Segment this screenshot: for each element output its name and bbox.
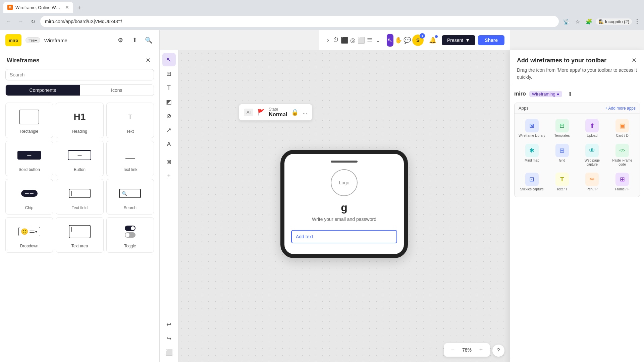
bookmark-icon[interactable]: ☆ <box>573 17 582 26</box>
apps-header: Apps + Add more apps <box>515 103 640 114</box>
more-tools-icon[interactable]: ⌄ <box>374 34 381 47</box>
zoom-in-button[interactable]: + <box>476 345 486 355</box>
app-templates[interactable]: ⊟ Templates <box>547 116 577 140</box>
component-solid-button[interactable]: — Solid button <box>5 141 53 176</box>
list-icon[interactable]: ☰ <box>366 34 373 47</box>
vtool-redo[interactable]: ↪ <box>162 332 176 345</box>
vtool-table[interactable]: ⊞ <box>162 67 176 80</box>
stickies-capture-label: Stickies capture <box>520 187 544 191</box>
extension-icon[interactable]: 🧩 <box>584 17 594 26</box>
vtool-select[interactable]: ↖ <box>162 53 176 66</box>
forward-button[interactable]: → <box>16 17 25 26</box>
phone-text-input[interactable]: Add text <box>291 230 397 243</box>
component-text[interactable]: T Text <box>106 103 154 138</box>
component-chip[interactable]: — — Chip <box>5 179 53 215</box>
vtool-text[interactable]: T <box>162 81 176 95</box>
component-rectangle[interactable]: Rectangle <box>5 103 53 138</box>
new-tab-button[interactable]: + <box>74 3 84 13</box>
active-tab[interactable]: M Wireframe, Online Whiteboard f... ✕ <box>3 2 73 13</box>
target-icon[interactable]: ◎ <box>350 34 356 47</box>
tooltip-close-button[interactable]: ✕ <box>629 56 639 65</box>
left-sidebar: miro free● Wireframe ⚙ ⬆ 🔍 Wireframes ✕ <box>0 30 160 362</box>
bell-badge <box>435 35 438 38</box>
camera-icon[interactable]: ⬛ <box>341 34 348 47</box>
vtool-eraser[interactable]: A <box>162 137 176 151</box>
app-stickies-capture[interactable]: ⊡ Stickies capture <box>517 170 547 194</box>
vtool-lasso[interactable]: ⊘ <box>162 109 176 123</box>
board-name[interactable]: Wireframe <box>44 38 67 43</box>
vtool-frames[interactable]: ⬜ <box>162 346 176 359</box>
miro-demo-logo: miro <box>514 91 526 97</box>
zoom-out-button[interactable]: − <box>448 345 458 355</box>
app-text-t[interactable]: T Text / T <box>547 170 577 194</box>
component-search[interactable]: 🔍 Search <box>106 179 154 215</box>
vtool-pen[interactable]: ↗ <box>162 123 176 137</box>
hand-tool[interactable]: ✋ <box>395 34 402 47</box>
share-button[interactable]: Share <box>478 35 504 45</box>
component-text-field[interactable]: Text field <box>56 179 103 215</box>
text-field-preview <box>66 183 93 203</box>
refresh-button[interactable]: ↻ <box>28 17 38 26</box>
app-web-capture[interactable]: 👁 Web page capture <box>578 141 607 169</box>
vtool-sticky[interactable]: ◩ <box>162 95 176 109</box>
search-input[interactable] <box>5 69 154 80</box>
component-heading[interactable]: H1 Heading <box>56 103 103 138</box>
help-button[interactable]: ? <box>492 345 504 357</box>
incognito-badge: 🕵 Incognito (2) <box>596 18 632 25</box>
canvas[interactable]: Logo g Write your email and password Add… <box>178 50 510 362</box>
miro-logo: miro <box>5 34 21 46</box>
present-label: Present <box>447 38 463 43</box>
timer-icon[interactable]: ⏱ <box>333 34 339 47</box>
component-text-link[interactable]: — Text link <box>106 141 154 176</box>
state-more-button[interactable]: ... <box>303 109 307 115</box>
state-value-text: Normal <box>269 112 287 118</box>
app-upload[interactable]: ⬆ Upload <box>578 116 607 140</box>
comment-tool[interactable]: 💬 <box>404 34 411 47</box>
cast-icon[interactable]: 📡 <box>561 17 571 26</box>
miro-demo: miro Wireframing ● ⬆ Apps + Add more app… <box>510 85 644 201</box>
vtool-undo[interactable]: ↩ <box>162 318 176 331</box>
phone-logo-text: Logo <box>339 180 349 185</box>
textarea-cursor <box>71 227 72 232</box>
expand-icon[interactable]: › <box>325 34 331 47</box>
add-more-apps-button[interactable]: + Add more apps <box>605 106 636 111</box>
present-button[interactable]: Present ▼ <box>442 35 475 45</box>
tab-components[interactable]: Components <box>6 85 80 96</box>
app-frame-f[interactable]: ⊞ Frame / F <box>607 170 637 194</box>
component-dropdown[interactable]: 🙂 ▼ Dropdown <box>5 217 53 253</box>
app-iframe[interactable]: </> Paste iFrame code <box>607 141 637 169</box>
app-card[interactable]: ▣ Card / D <box>607 116 637 140</box>
upload-icon: ⬆ <box>585 119 599 132</box>
app-mind-map[interactable]: ✱ Mind map <box>517 141 547 169</box>
tab-components-label: Components <box>30 87 56 93</box>
state-ai-label[interactable]: AI <box>244 109 253 116</box>
app-pen-p[interactable]: ✏ Pen / P <box>578 170 607 194</box>
address-bar[interactable]: miro.com/app/board/uXjVMqU6x48=/ <box>40 16 559 27</box>
vtool-delete[interactable]: ⊠ <box>162 155 176 169</box>
heading-preview: H1 <box>66 107 93 127</box>
tab-close-btn[interactable]: ✕ <box>65 5 69 10</box>
back-button[interactable]: ← <box>4 17 13 26</box>
app-wireframe-library[interactable]: ⊠ Wireframe Library <box>517 116 547 140</box>
miro-demo-upload-icon[interactable]: ⬆ <box>566 89 575 99</box>
panel-close-button[interactable]: ✕ <box>143 56 153 65</box>
vtool-add[interactable]: + <box>162 169 176 183</box>
tab-favicon: M <box>7 5 13 10</box>
web-capture-icon: 👁 <box>585 144 599 157</box>
component-text-area[interactable]: Text area <box>56 217 103 253</box>
share-header-icon[interactable]: ⬆ <box>129 35 140 46</box>
incognito-icon: 🕵 <box>598 19 604 24</box>
app-grid[interactable]: ⊞ Grid <box>547 141 577 169</box>
tab-icons[interactable]: Icons <box>80 85 154 96</box>
component-toggle[interactable]: Toggle <box>106 217 154 253</box>
text-link-label: Text link <box>123 167 137 172</box>
text-t-label: Text / T <box>556 187 568 191</box>
cursor-tool[interactable]: ↖ <box>387 34 393 47</box>
browser-menu-button[interactable]: ⋮ <box>634 18 640 25</box>
settings-icon[interactable]: ⚙ <box>115 35 126 46</box>
miro-demo-board: Wireframing ● <box>529 91 562 97</box>
component-button[interactable]: — Button <box>56 141 103 176</box>
board-icon[interactable]: ⬜ <box>358 34 365 47</box>
search-icon[interactable]: 🔍 <box>143 35 154 46</box>
bell-container: 🔔 <box>426 34 439 47</box>
